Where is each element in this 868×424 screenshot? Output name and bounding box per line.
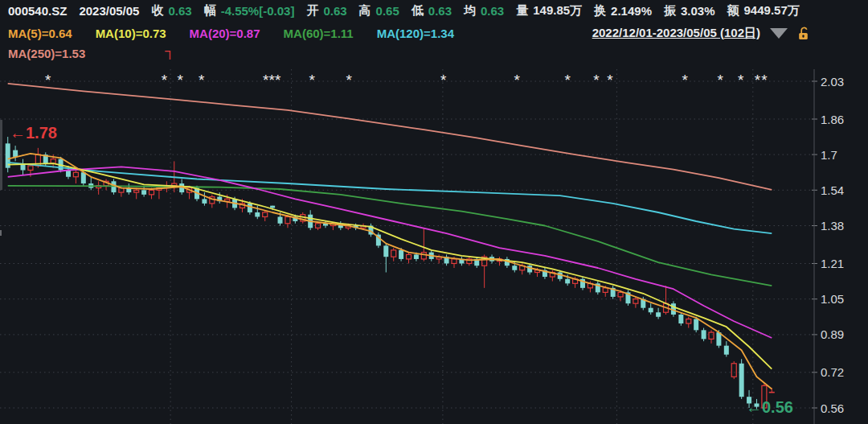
info-fields: 收0.63幅-4.55%[-0.03]开0.63高0.65低0.63均0.63量… [151, 3, 799, 19]
svg-text:0.89: 0.89 [821, 327, 844, 341]
svg-text:0.72: 0.72 [821, 365, 844, 379]
candle [21, 159, 26, 175]
event-marker-asterisk[interactable]: * [45, 72, 51, 89]
event-marker-asterisk[interactable]: * [564, 72, 571, 89]
candle [686, 317, 691, 328]
field-label: 开 [306, 3, 318, 19]
kline-chart[interactable]: 2.031.861.71.541.381.211.050.890.720.56*… [0, 0, 868, 424]
candle [678, 312, 683, 326]
info-field: 开0.63 [306, 3, 346, 19]
field-value: 0.65 [376, 4, 399, 18]
event-marker-asterisk[interactable]: * [309, 72, 315, 89]
field-value: 0.63 [323, 4, 346, 18]
event-marker-asterisk[interactable]: * [682, 72, 688, 89]
field-value: 9449.57万 [744, 3, 800, 19]
field-label: 振 [664, 3, 676, 19]
svg-text:1.86: 1.86 [821, 113, 844, 126]
candle [391, 248, 396, 261]
svg-text:0.56: 0.56 [821, 401, 844, 415]
candle [596, 282, 600, 295]
event-marker-asterisk[interactable]: * [593, 72, 600, 89]
ma-bar: MA(5)=0.64MA(10)=0.73MA(20)=0.87MA(60)=1… [0, 23, 868, 43]
field-label: 额 [727, 3, 739, 19]
info-field: 换2.149% [594, 3, 652, 19]
candle [73, 170, 78, 183]
event-marker-asterisk[interactable]: * [162, 72, 168, 89]
candle [702, 328, 706, 342]
svg-text:1.05: 1.05 [821, 292, 844, 306]
ma-label-2: MA(20)=0.87 [190, 27, 260, 40]
candle [210, 195, 215, 208]
field-value: 149.85万 [533, 3, 582, 19]
field-value: 3.03% [681, 4, 715, 18]
info-bar: 000540.SZ 2023/05/05 收0.63幅-4.55%[-0.03]… [0, 0, 868, 22]
candle [383, 244, 388, 273]
candle [421, 228, 426, 261]
left-edge-artifact-small [0, 230, 2, 236]
event-marker-asterisk[interactable]: * [761, 72, 768, 89]
svg-text:1.38: 1.38 [821, 219, 844, 233]
ma-label-4: MA(120)=1.34 [377, 27, 454, 40]
info-field: 高0.65 [359, 3, 399, 19]
date-range-selector[interactable]: 2022/12/01-2023/05/05 (102日) [592, 26, 760, 41]
field-value: 2.149% [611, 4, 652, 18]
candle [542, 268, 547, 279]
chevron-down-icon[interactable] [770, 28, 788, 39]
ma-label-1: MA(10)=0.73 [96, 27, 166, 40]
candle [580, 277, 585, 290]
event-markers: ******************* [45, 72, 768, 89]
candle [459, 257, 464, 266]
candle [134, 188, 139, 200]
ma-label-0: MA(5)=0.64 [8, 27, 72, 40]
candle [611, 286, 616, 299]
candle [625, 290, 630, 306]
candle [126, 183, 131, 195]
event-marker-asterisk[interactable]: * [178, 72, 184, 89]
candle [407, 253, 411, 264]
event-marker-asterisk[interactable]: * [275, 72, 281, 89]
candle [202, 192, 207, 206]
field-value: 0.63 [428, 4, 452, 18]
candle [550, 270, 555, 282]
field-value: 0.63 [168, 4, 191, 18]
info-field: 量149.85万 [516, 3, 582, 19]
gridlines [0, 69, 817, 424]
candle [731, 361, 736, 379]
candle [96, 181, 101, 195]
price-annotation: ←1.78 [10, 124, 57, 142]
ma-label-3: MA(60)=1.11 [284, 27, 354, 40]
field-label: 均 [464, 3, 476, 19]
unlock-icon[interactable] [797, 27, 812, 40]
event-marker-asterisk[interactable]: * [346, 72, 352, 89]
ma10-line [8, 163, 772, 369]
candle [739, 359, 744, 399]
candle [649, 303, 653, 315]
ma250-bar: MA(250)=1.53 [8, 44, 85, 62]
candle [709, 330, 714, 344]
svg-text:1.21: 1.21 [821, 257, 844, 270]
candle [497, 257, 502, 266]
field-label: 收 [151, 3, 163, 19]
event-marker-asterisk[interactable]: * [607, 72, 613, 89]
field-value: -4.55%[-0.03] [221, 4, 295, 18]
ma-labels: MA(5)=0.64MA(10)=0.73MA(20)=0.87MA(60)=1… [8, 27, 454, 40]
info-field: 收0.63 [151, 3, 191, 19]
event-marker-asterisk[interactable]: * [755, 72, 761, 89]
candle [141, 186, 146, 197]
candle [724, 341, 729, 356]
candles [6, 137, 775, 410]
info-field: 均0.63 [464, 3, 504, 19]
candle [656, 308, 661, 319]
svg-text:1.54: 1.54 [821, 183, 844, 197]
event-marker-asterisk[interactable]: * [440, 72, 447, 89]
candle [474, 257, 479, 268]
left-edge-artifact [0, 120, 2, 190]
event-marker-asterisk[interactable]: * [738, 72, 744, 89]
event-marker-asterisk[interactable]: * [514, 72, 520, 89]
info-field: 幅-4.55%[-0.03] [204, 3, 295, 19]
range-control: 2022/12/01-2023/05/05 (102日) [592, 26, 812, 41]
event-marker-asterisk[interactable]: * [199, 72, 205, 89]
candle [104, 179, 108, 191]
event-marker-asterisk[interactable]: * [718, 72, 724, 89]
candle [664, 286, 669, 315]
